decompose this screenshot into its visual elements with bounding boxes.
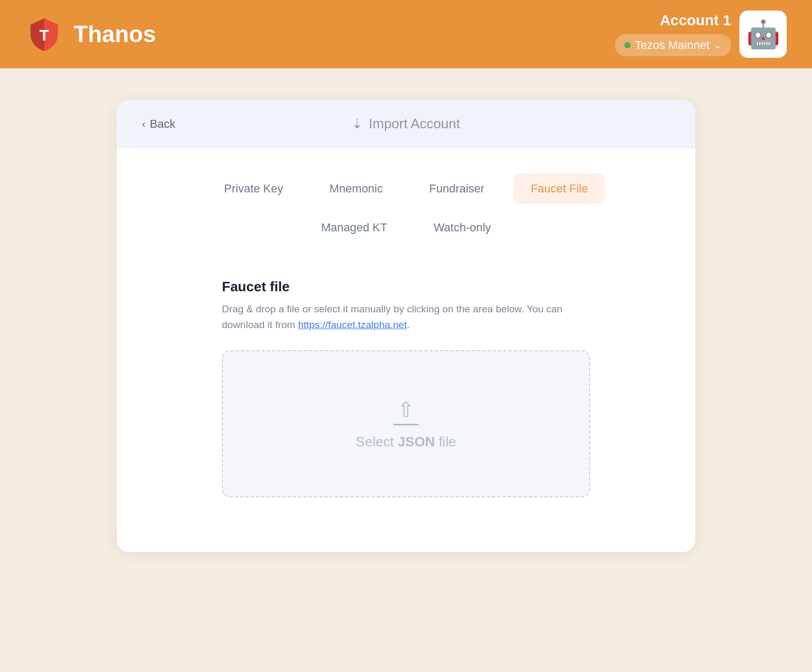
file-drop-zone[interactable]: ⇧ Select JSON file [222,350,590,497]
upload-icon-wrap: ⇧ [393,398,419,425]
section-title: Faucet file [222,279,590,295]
account-name: Account 1 [660,12,731,29]
logo-area: T Thanos [25,15,156,53]
avatar-emoji: 🤖 [746,18,780,50]
section-description: Drag & drop a file or select it manually… [222,301,590,333]
account-info: Account 1 Tezos Mainnet ⌄ [615,12,731,56]
tab-managed-kt[interactable]: Managed KT [304,212,404,243]
desc-text-after: . [407,319,410,330]
card-header: ‹ Back ⇣ Import Account [117,100,695,148]
faucet-link[interactable]: https://faucet.tzalpha.net [298,319,407,330]
tabs-area: Private Key Mnemonic Fundraiser Faucet F… [117,148,695,262]
card-title-area: ⇣ Import Account [352,116,460,132]
json-bold: JSON [398,434,435,450]
back-button[interactable]: ‹ Back [142,117,176,131]
tab-watch-only[interactable]: Watch-only [417,212,508,243]
thanos-logo-icon: T [25,15,63,53]
faucet-content: Faucet file Drag & drop a file or select… [117,262,695,523]
back-chevron-icon: ‹ [142,118,146,130]
chevron-down-icon: ⌄ [714,39,722,51]
tabs-row-2: Managed KT Watch-only [304,212,508,243]
upload-line-icon [393,424,419,425]
network-selector[interactable]: Tezos Mainnet ⌄ [615,34,731,56]
drop-zone-label: Select JSON file [356,434,456,450]
app-name: Thanos [74,21,156,47]
tab-mnemonic[interactable]: Mnemonic [313,174,400,204]
network-status-dot [624,42,631,48]
upload-arrow-icon: ⇧ [397,398,415,422]
import-card: ‹ Back ⇣ Import Account Private Key Mnem… [117,100,695,552]
main-content: ‹ Back ⇣ Import Account Private Key Mnem… [0,68,812,584]
svg-text:T: T [39,26,49,44]
tab-fundraiser[interactable]: Fundraiser [412,174,501,204]
tabs-row-1: Private Key Mnemonic Fundraiser Faucet F… [207,174,605,204]
back-label: Back [150,117,176,131]
tab-private-key[interactable]: Private Key [207,174,300,204]
account-area: Account 1 Tezos Mainnet ⌄ 🤖 [615,11,787,58]
avatar[interactable]: 🤖 [739,11,787,58]
tab-faucet-file[interactable]: Faucet File [514,174,605,204]
card-title: Import Account [369,116,460,132]
network-name: Tezos Mainnet [635,38,709,52]
app-header: T Thanos Account 1 Tezos Mainnet ⌄ 🤖 [0,0,812,68]
import-icon: ⇣ [352,117,362,131]
